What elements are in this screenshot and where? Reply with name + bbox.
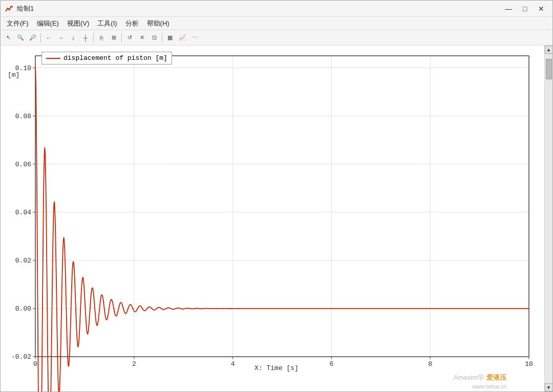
- select-tool-button[interactable]: ↖: [3, 32, 14, 43]
- menu-edit[interactable]: 编辑(E): [33, 18, 63, 29]
- x-axis-label: X: Time [s]: [254, 364, 299, 372]
- vertical-scrollbar[interactable]: ▲ ▼: [544, 46, 552, 391]
- minimize-button[interactable]: —: [501, 3, 516, 14]
- scroll-thumb[interactable]: [546, 59, 552, 79]
- title-bar: 绘制1 — □ ✕: [1, 1, 552, 17]
- legend-label: displacement of piston [m]: [63, 54, 167, 62]
- close-button[interactable]: ✕: [534, 3, 548, 14]
- scroll-up-button[interactable]: ▲: [545, 46, 553, 54]
- chart-area: displacement of piston [m] [m] X: Time […: [1, 46, 552, 391]
- menu-help[interactable]: 帮助(H): [143, 18, 174, 29]
- zoom-in-button[interactable]: 🔍: [15, 32, 26, 43]
- fit-button[interactable]: ⊡: [148, 32, 160, 43]
- cursor-button[interactable]: ┼: [80, 32, 91, 43]
- plot-canvas: [1, 46, 552, 391]
- pan-right-button[interactable]: →: [55, 32, 67, 43]
- pan-left-button[interactable]: ←: [43, 32, 54, 43]
- watermark-text2: 爱液压: [486, 373, 506, 382]
- watermark: Amesim学 爱液压: [454, 373, 506, 382]
- watermark-text1: Amesim学: [454, 373, 484, 382]
- scroll-track[interactable]: [545, 54, 552, 383]
- toolbar-separator-4: [162, 33, 162, 42]
- menu-view[interactable]: 视图(V): [63, 18, 93, 29]
- stop-button[interactable]: ✕: [136, 32, 147, 43]
- main-window: 绘制1 — □ ✕ 文件(F) 编辑(E) 视图(V) 工具(I) 分析 帮助(…: [0, 0, 553, 392]
- menu-analysis[interactable]: 分析: [121, 18, 143, 29]
- menu-bar: 文件(F) 编辑(E) 视图(V) 工具(I) 分析 帮助(H): [1, 17, 552, 30]
- legend-line-color: [46, 58, 60, 59]
- toolbar-separator-3: [121, 33, 122, 42]
- copy-button[interactable]: ⎘: [96, 32, 107, 43]
- toolbar-separator-2: [93, 33, 94, 42]
- grid-button[interactable]: ⊞: [108, 32, 119, 43]
- menu-tools[interactable]: 工具(I): [93, 18, 121, 29]
- menu-file[interactable]: 文件(F): [3, 18, 33, 29]
- scatter-button[interactable]: ⋯: [189, 32, 200, 43]
- toolbar-separator-1: [40, 33, 41, 42]
- refresh-button[interactable]: ↺: [124, 32, 135, 43]
- watermark-url: www.iyeya.cn: [472, 383, 506, 389]
- zoom-out-button[interactable]: 🔎: [27, 32, 38, 43]
- pan-vertical-button[interactable]: ↕: [68, 32, 79, 43]
- scroll-down-button[interactable]: ▼: [545, 383, 553, 391]
- app-icon: [5, 4, 14, 13]
- maximize-button[interactable]: □: [518, 3, 532, 14]
- window-title: 绘制1: [17, 4, 34, 13]
- y-axis-label: [m]: [8, 71, 19, 79]
- line-chart-button[interactable]: 📈: [177, 32, 188, 43]
- bar-chart-button[interactable]: ▦: [164, 32, 176, 43]
- window-controls: — □ ✕: [501, 3, 548, 14]
- toolbar: ↖ 🔍 🔎 ← → ↕ ┼ ⎘ ⊞ ↺ ✕ ⊡ ▦ 📈 ⋯: [1, 30, 552, 46]
- title-bar-left: 绘制1: [5, 4, 34, 13]
- legend: displacement of piston [m]: [41, 52, 172, 64]
